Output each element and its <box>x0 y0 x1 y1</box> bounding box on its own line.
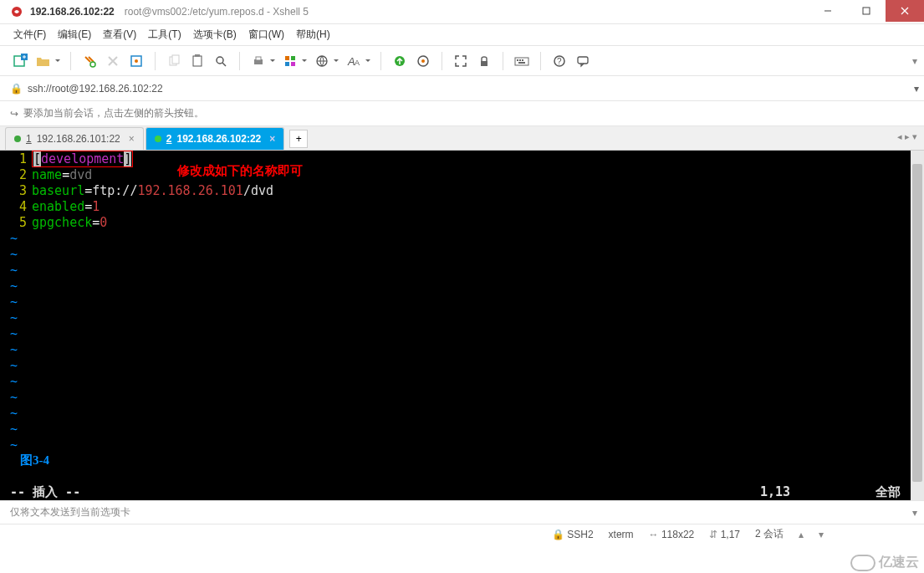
terminal-scrollbar[interactable] <box>911 151 924 500</box>
svg-text:?: ? <box>557 57 562 66</box>
tab-close-icon[interactable]: × <box>269 133 275 145</box>
annotation-text: 修改成如下的名称即可 <box>177 163 303 179</box>
vim-tilde: ~ <box>0 278 924 294</box>
menu-tabs[interactable]: 选项卡(B) <box>193 28 237 42</box>
svg-point-29 <box>421 59 425 63</box>
address-bar: 🔒 ▾ <box>0 76 924 101</box>
svg-rect-21 <box>291 56 295 60</box>
disconnect-icon[interactable] <box>103 51 123 71</box>
lock-icon[interactable] <box>474 51 494 71</box>
status-protocol: SSH2 <box>567 529 593 540</box>
tip-arrow-icon[interactable]: ↪ <box>10 108 18 120</box>
status-size: 118x22 <box>661 529 694 540</box>
open-session-icon[interactable] <box>33 51 54 71</box>
color-scheme-icon[interactable] <box>280 51 300 71</box>
window-host-title: 192.168.26.102:22 <box>30 6 115 18</box>
keyboard-icon[interactable] <box>512 51 532 71</box>
vim-tilde: ~ <box>0 421 924 437</box>
status-dot-icon <box>155 136 161 142</box>
cloud-icon <box>850 555 876 571</box>
menu-bar: 文件(F) 编辑(E) 查看(V) 工具(T) 选项卡(B) 窗口(W) 帮助(… <box>0 24 924 46</box>
status-sessions: 2 会话 <box>755 527 784 541</box>
svg-rect-34 <box>522 59 523 61</box>
font-icon[interactable]: AA <box>344 51 364 71</box>
watermark: 亿速云 <box>850 554 919 571</box>
line-number: 2 <box>10 167 27 182</box>
menu-file[interactable]: 文件(F) <box>13 28 46 42</box>
line-number: 1 <box>10 151 27 166</box>
scrollbar-thumb[interactable] <box>912 164 922 482</box>
tab-session-1[interactable]: 1 192.168.26.101:22 × <box>5 127 144 150</box>
vim-mode: -- 插入 -- <box>10 484 80 500</box>
separator <box>70 52 71 70</box>
vim-tilde: ~ <box>0 310 924 325</box>
encoding-icon[interactable] <box>312 51 332 71</box>
print-icon[interactable] <box>248 51 268 71</box>
tab-close-icon[interactable]: × <box>129 133 135 145</box>
properties-icon[interactable] <box>126 51 146 71</box>
lock-small-icon: 🔒 <box>10 83 23 95</box>
address-input[interactable] <box>28 83 909 95</box>
svg-rect-19 <box>256 57 261 60</box>
minimize-button[interactable] <box>809 0 847 22</box>
separator <box>155 52 156 70</box>
close-button[interactable] <box>886 0 924 22</box>
terminal-view[interactable]: 1 [development] 修改成如下的名称即可 2 name=dvd 3 … <box>0 151 924 500</box>
tab-bar: 1 192.168.26.101:22 × 2 192.168.26.102:2… <box>0 126 924 151</box>
status-dot-icon <box>14 136 21 142</box>
tab-nav-icons[interactable]: ◂ ▸ ▾ <box>897 131 917 142</box>
nav-up-icon[interactable]: ▴ <box>799 529 804 540</box>
menu-edit[interactable]: 编辑(E) <box>58 28 91 42</box>
svg-rect-23 <box>291 62 295 66</box>
tip-text: 要添加当前会话，点击左侧的箭头按钮。 <box>23 106 204 120</box>
menu-window[interactable]: 窗口(W) <box>248 28 284 42</box>
tab-session-2[interactable]: 2 192.168.26.102:22 × <box>145 127 284 150</box>
sendbar-dropdown-icon[interactable]: ▾ <box>912 507 917 519</box>
watermark-text: 亿速云 <box>879 554 919 571</box>
menu-view[interactable]: 查看(V) <box>103 28 136 42</box>
vim-tilde: ~ <box>0 357 924 373</box>
reconnect-icon[interactable] <box>79 51 100 71</box>
address-dropdown-icon[interactable]: ▾ <box>909 83 924 95</box>
chat-icon[interactable] <box>573 51 593 71</box>
svg-line-17 <box>222 63 226 66</box>
tab-add-button[interactable]: + <box>289 130 308 148</box>
send-bar[interactable]: 仅将文本发送到当前选项卡 ▾ <box>0 500 924 524</box>
maximize-button[interactable] <box>847 0 886 22</box>
svg-rect-33 <box>519 59 521 61</box>
line-number: 3 <box>10 183 27 198</box>
separator <box>442 52 442 70</box>
svg-rect-30 <box>481 61 488 66</box>
xftp-icon[interactable] <box>390 51 410 71</box>
vim-cursor-pos: 1,13 <box>760 484 790 499</box>
xagent-icon[interactable] <box>413 51 433 71</box>
svg-point-16 <box>217 57 223 64</box>
svg-rect-14 <box>193 56 202 66</box>
highlighted-section-name: [development] <box>32 151 133 167</box>
send-bar-text: 仅将文本发送到当前选项卡 <box>10 505 130 519</box>
vim-tilde: ~ <box>0 373 924 389</box>
vim-tilde: ~ <box>0 246 924 262</box>
search-icon[interactable] <box>211 51 231 71</box>
fullscreen-icon[interactable] <box>451 51 471 71</box>
menu-tools[interactable]: 工具(T) <box>148 28 181 42</box>
nav-down-icon[interactable]: ▾ <box>819 529 824 540</box>
copy-icon[interactable] <box>164 51 184 71</box>
window-path-title: root@vms002:/etc/yum.repos.d - Xshell 5 <box>125 6 309 18</box>
separator <box>380 52 381 70</box>
paste-icon[interactable] <box>187 51 207 71</box>
svg-rect-13 <box>172 55 179 64</box>
svg-rect-2 <box>863 8 870 14</box>
toolbar-overflow-icon[interactable]: ▾ <box>912 55 917 67</box>
status-bar: 🔒 SSH2 xterm ↔ 118x22 ⇵ 1,17 2 会话 ▴ ▾ <box>0 524 924 544</box>
tab-label: 192.168.26.102:22 <box>177 133 262 145</box>
help-icon[interactable]: ? <box>549 51 569 71</box>
menu-help[interactable]: 帮助(H) <box>296 28 330 42</box>
title-bar: 192.168.26.102:22 root@vms002:/etc/yum.r… <box>0 0 924 24</box>
window-controls <box>809 0 924 22</box>
new-session-icon[interactable] <box>10 51 30 71</box>
figure-label: 图3-4 <box>0 453 924 468</box>
svg-rect-32 <box>517 59 518 61</box>
separator <box>540 52 541 70</box>
status-rowcol: 1,17 <box>721 529 740 540</box>
